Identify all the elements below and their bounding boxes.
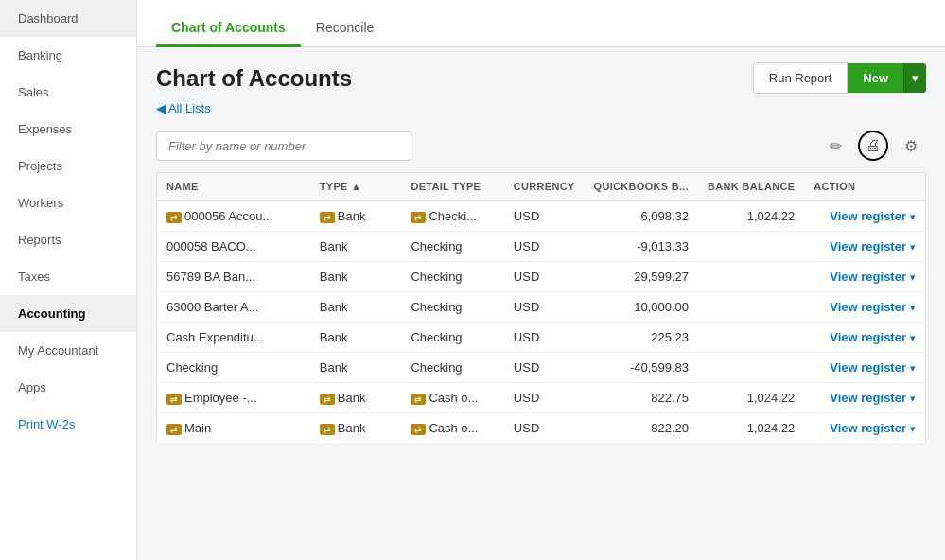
cell-bank-balance: 1,024.22 xyxy=(698,383,804,413)
view-register-link[interactable]: View register xyxy=(830,421,906,435)
cell-type: Bank xyxy=(310,323,402,353)
cell-currency: USD xyxy=(504,201,585,232)
tab-chart-of-accounts[interactable]: Chart of Accounts xyxy=(156,9,301,47)
cell-action: View register▾ xyxy=(804,292,925,323)
gear-icon[interactable]: ⚙ xyxy=(896,131,926,161)
run-report-button[interactable]: Run Report xyxy=(753,62,848,94)
cell-currency: USD xyxy=(504,413,585,444)
col-header-detail: DETAIL TYPE xyxy=(401,173,503,201)
table-row: ⇄000056 Accou...⇄Bank⇄Checki...USD6,098.… xyxy=(157,201,926,232)
cell-name: 56789 BA Ban... xyxy=(157,262,310,292)
sidebar-item-apps[interactable]: Apps xyxy=(0,369,136,406)
cell-detail-type: ⇄Cash o... xyxy=(401,413,503,444)
view-register-link[interactable]: View register xyxy=(830,391,906,405)
new-dropdown-button[interactable]: ▾ xyxy=(903,63,926,93)
cell-detail-type: ⇄Checki... xyxy=(401,201,503,232)
cell-bank-balance xyxy=(698,292,804,323)
cell-type: ⇄Bank xyxy=(310,201,402,232)
sidebar-item-reports[interactable]: Reports xyxy=(0,221,136,258)
search-input[interactable] xyxy=(156,131,411,161)
cell-name: 63000 Barter A... xyxy=(157,292,310,323)
table-row: 56789 BA Ban...BankCheckingUSD29,599.27V… xyxy=(157,262,926,292)
cell-currency: USD xyxy=(504,232,585,262)
cell-type: ⇄Bank xyxy=(310,383,402,413)
action-dropdown-arrow[interactable]: ▾ xyxy=(910,271,916,283)
cell-currency: USD xyxy=(504,262,585,292)
table-body: ⇄000056 Accou...⇄Bank⇄Checki...USD6,098.… xyxy=(157,201,926,444)
print-icon[interactable]: 🖨 xyxy=(858,131,888,161)
sidebar-item-workers[interactable]: Workers xyxy=(0,184,136,221)
sidebar-item-sales[interactable]: Sales xyxy=(0,74,136,111)
sidebar-item-print-w2s[interactable]: Print W-2s xyxy=(0,406,136,443)
cell-type: Bank xyxy=(310,353,402,383)
view-register-link[interactable]: View register xyxy=(830,300,906,314)
cell-detail-type: Checking xyxy=(401,232,503,262)
table-row: Cash Expenditu...BankCheckingUSD225.23Vi… xyxy=(157,323,926,353)
action-dropdown-arrow[interactable]: ▾ xyxy=(910,302,916,313)
view-register-link[interactable]: View register xyxy=(830,239,906,254)
cell-currency: USD xyxy=(504,353,585,383)
view-register-link[interactable]: View register xyxy=(830,209,906,223)
sidebar-item-accounting[interactable]: Accounting xyxy=(0,295,136,332)
accounts-table: NAME TYPE ▲ DETAIL TYPE CURRENCY QUICKBO… xyxy=(156,172,926,444)
cell-detail-type: ⇄Cash o... xyxy=(401,383,503,413)
cell-quickbooks-balance: 822.20 xyxy=(585,413,698,444)
action-dropdown-arrow[interactable]: ▾ xyxy=(910,332,916,343)
table-row: CheckingBankCheckingUSD-40,599.83View re… xyxy=(157,353,926,383)
table-row: ⇄Main⇄Bank⇄Cash o...USD822.201,024.22Vie… xyxy=(157,413,926,444)
sidebar: Dashboard Banking Sales Expenses Project… xyxy=(0,0,137,560)
action-dropdown-arrow[interactable]: ▾ xyxy=(910,241,916,253)
cell-name: ⇄Main xyxy=(157,413,310,444)
cell-bank-balance xyxy=(698,262,804,292)
table-row: ⇄Employee -...⇄Bank⇄Cash o...USD822.751,… xyxy=(157,383,926,413)
filter-row: ✏ 🖨 ⚙ xyxy=(156,131,926,161)
sidebar-item-expenses[interactable]: Expenses xyxy=(0,111,136,148)
view-register-link[interactable]: View register xyxy=(830,330,906,344)
cell-quickbooks-balance: -40,599.83 xyxy=(585,353,698,383)
content-area: Chart of Accounts Run Report New ▾ ◀ All… xyxy=(137,47,945,560)
cell-currency: USD xyxy=(504,383,585,413)
cell-action: View register▾ xyxy=(804,353,925,383)
cell-quickbooks-balance: 822.75 xyxy=(585,383,698,413)
pencil-icon[interactable]: ✏ xyxy=(820,131,850,161)
main-content: Chart of Accounts Reconcile Chart of Acc… xyxy=(137,0,945,560)
cell-name: ⇄Employee -... xyxy=(157,383,310,413)
page-title: Chart of Accounts xyxy=(156,65,352,92)
cell-action: View register▾ xyxy=(804,323,925,353)
cell-name: Checking xyxy=(157,353,310,383)
cell-detail-type: Checking xyxy=(401,292,503,323)
action-dropdown-arrow[interactable]: ▾ xyxy=(910,393,916,404)
table-row: 63000 Barter A...BankCheckingUSD10,000.0… xyxy=(157,292,926,323)
col-header-action: ACTION xyxy=(804,173,925,201)
sidebar-item-banking[interactable]: Banking xyxy=(0,37,136,74)
sidebar-item-projects[interactable]: Projects xyxy=(0,148,136,184)
cell-action: View register▾ xyxy=(804,383,925,413)
sidebar-item-dashboard[interactable]: Dashboard xyxy=(0,0,136,37)
cell-quickbooks-balance: -9,013.33 xyxy=(585,232,698,262)
sidebar-item-my-accountant[interactable]: My Accountant xyxy=(0,332,136,369)
cell-name: ⇄000056 Accou... xyxy=(157,201,310,232)
view-register-link[interactable]: View register xyxy=(830,270,906,284)
breadcrumb[interactable]: ◀ All Lists xyxy=(156,101,926,115)
table-header-row: NAME TYPE ▲ DETAIL TYPE CURRENCY QUICKBO… xyxy=(157,173,926,201)
tab-reconcile[interactable]: Reconcile xyxy=(301,9,389,47)
cell-type: Bank xyxy=(310,292,402,323)
cell-quickbooks-balance: 29,599.27 xyxy=(585,262,698,292)
sidebar-item-taxes[interactable]: Taxes xyxy=(0,258,136,295)
cell-currency: USD xyxy=(504,292,585,323)
cell-action: View register▾ xyxy=(804,232,925,262)
view-register-link[interactable]: View register xyxy=(830,360,906,375)
action-dropdown-arrow[interactable]: ▾ xyxy=(910,362,916,374)
new-button[interactable]: New xyxy=(848,63,903,93)
icon-toolbar: ✏ 🖨 ⚙ xyxy=(820,131,926,161)
cell-type: Bank xyxy=(310,232,402,262)
cell-bank-balance xyxy=(698,323,804,353)
action-dropdown-arrow[interactable]: ▾ xyxy=(910,423,916,434)
cell-quickbooks-balance: 225.23 xyxy=(585,323,698,353)
col-header-type[interactable]: TYPE ▲ xyxy=(310,173,402,201)
cell-bank-balance: 1,024.22 xyxy=(698,201,804,232)
cell-action: View register▾ xyxy=(804,262,925,292)
table-row: 000058 BACO...BankCheckingUSD-9,013.33Vi… xyxy=(157,232,926,262)
col-header-currency: CURRENCY xyxy=(504,173,585,201)
action-dropdown-arrow[interactable]: ▾ xyxy=(910,211,916,222)
